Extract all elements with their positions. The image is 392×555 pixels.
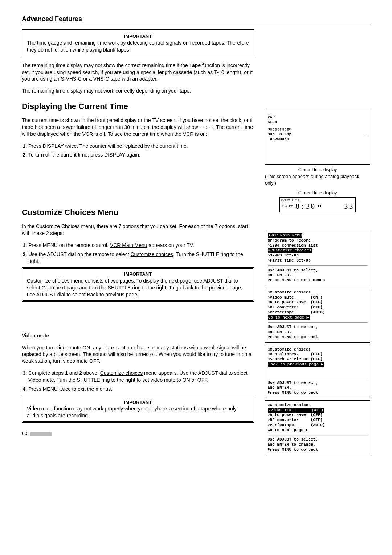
important-box-1: IMPORTANT The time gauge and remaining t… [22,29,254,57]
lcd-display: PWR SP L R CH ○ ○ PM 8:30 ▮▮ 33 [279,197,356,212]
screen-time-display: VCR Stop S▯▯▯▯▯▯▯▯E Sun 8:30p── 0h20m08s [265,109,370,165]
para-customize: In the Customize Choices menu, there are… [22,223,254,237]
step-1: Press DISPLAY twice. The counter will be… [28,143,254,150]
page-title: Advanced Features [22,15,370,24]
caption-lcd: Current time display [265,190,370,196]
important-text: The time gauge and remaining time work b… [27,40,249,53]
screen-customize-1: ☑Customize choices ○Video mute (ON ) ○Au… [265,288,370,343]
important-text: Customize choices menu consists of two p… [27,278,249,298]
important-label: IMPORTANT [27,399,249,406]
para-video-mute: When you turn video mute ON, any blank s… [22,344,254,365]
heading-customize: Customize Choices Menu [22,207,254,218]
caption-time: Current time display [265,167,370,173]
important-box-3: IMPORTANT Video mute function may not wo… [22,396,254,423]
screen-customize-3: ☑Customize choices ○Video mute (ON ) ○Au… [265,400,370,455]
step-3: Complete steps 1 and 2 above. Customize … [28,370,254,384]
important-label: IMPORTANT [27,271,249,278]
para-remaining-a: The remaining time display may not show … [22,62,254,83]
important-text: Video mute function may not work properl… [27,405,249,419]
important-label: IMPORTANT [27,33,249,40]
screen-main-menu: ▲VCR Main Menu ☎Program to record ○1394 … [265,231,370,285]
page-number: 60 [22,430,254,437]
screen-customize-2: ☑Customize choices ○RentalXpress (OFF) ○… [265,345,370,398]
caption-time-2: (This screen appears during analog playb… [265,173,370,186]
step-1: Press MENU on the remote control. VCR Ma… [28,242,254,249]
para-remaining-b: The remaining time display may not work … [22,88,254,94]
heading-video-mute: Video mute [22,332,254,339]
step-4: Press MENU twice to exit the menus. [28,386,254,393]
para-current-time: The current time is shown in the front p… [22,117,254,138]
step-2: To turn off the current time, press DISP… [28,151,254,158]
step-2: Use the ADJUST dial on the remote to sel… [28,251,254,265]
important-box-2: IMPORTANT Customize choices menu consist… [22,267,254,301]
heading-current-time: Displaying the Current Time [22,101,254,112]
